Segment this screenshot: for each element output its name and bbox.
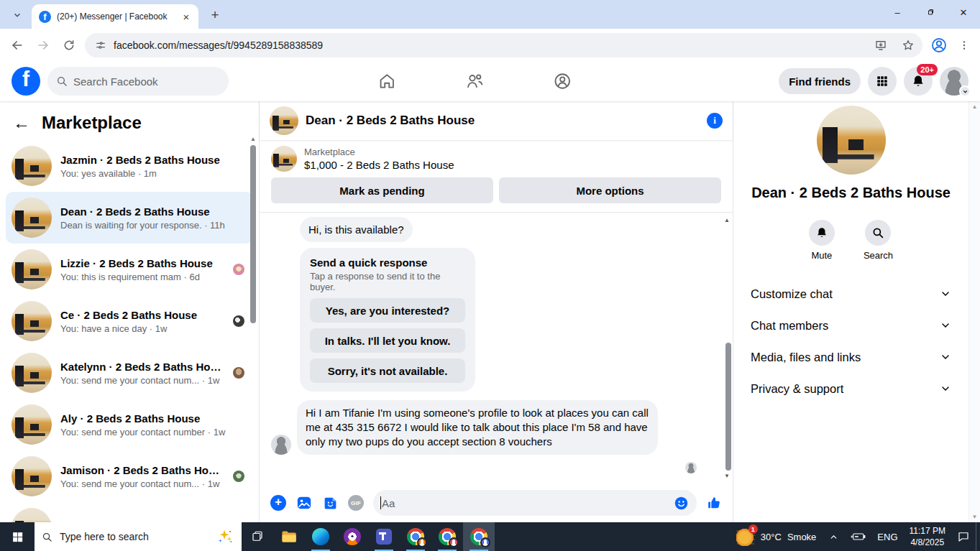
section-privacy-support[interactable]: Privacy & support bbox=[748, 373, 954, 404]
sidebar-scrollbar[interactable]: ▲ bbox=[249, 136, 257, 323]
reload-button[interactable] bbox=[59, 35, 79, 55]
chat-avatar[interactable] bbox=[270, 106, 298, 135]
browser-tab[interactable]: f (20+) Messenger | Facebook × bbox=[32, 4, 198, 29]
home-tab[interactable] bbox=[377, 71, 397, 91]
conversation-text: Dean · 2 Beds 2 Baths House Dean is wait… bbox=[60, 205, 247, 231]
open-more-actions-button[interactable]: + bbox=[270, 494, 287, 511]
plus-icon: + bbox=[270, 495, 286, 511]
site-settings-icon[interactable] bbox=[95, 40, 106, 51]
tab-search-button[interactable] bbox=[7, 5, 27, 25]
edge-button[interactable] bbox=[305, 522, 336, 551]
browser-profile-button[interactable] bbox=[928, 34, 950, 56]
conversation-item-lizzie[interactable]: Lizzie · 2 Beds 2 Baths House You: this … bbox=[6, 244, 253, 295]
chat-title[interactable]: Dean · 2 Beds 2 Baths House bbox=[306, 114, 700, 128]
more-options-button[interactable]: More options bbox=[499, 177, 721, 203]
friends-tab[interactable] bbox=[464, 71, 485, 91]
chrome-profile1-button[interactable] bbox=[400, 522, 431, 551]
conversation-preview: You: have a nice day · 1w bbox=[60, 323, 224, 334]
section-media-files-links[interactable]: Media, files and links bbox=[748, 341, 954, 373]
search-in-conversation-button[interactable]: Search bbox=[864, 220, 893, 261]
like-button[interactable] bbox=[705, 494, 723, 511]
conversation-item-jamison[interactable]: Jamison · 2 Beds 2 Baths House You: send… bbox=[6, 450, 253, 502]
mute-button[interactable]: Mute bbox=[809, 220, 835, 261]
quick-response-option-3[interactable]: Sorry, it's not available. bbox=[310, 358, 465, 383]
chrome-profile3-button-active[interactable] bbox=[463, 522, 495, 551]
sticker-button[interactable] bbox=[321, 494, 339, 511]
facebook-search-input[interactable]: Search Facebook bbox=[47, 67, 229, 96]
section-label: Privacy & support bbox=[751, 382, 843, 396]
battery-status[interactable] bbox=[844, 522, 871, 551]
clock[interactable]: 11:17 PM 4/8/2025 bbox=[904, 525, 951, 548]
mute-label: Mute bbox=[811, 250, 832, 261]
message-input[interactable]: Aa bbox=[373, 490, 697, 516]
address-bar[interactable]: facebook.com/messages/t/9945289158838589 bbox=[85, 33, 922, 57]
thumbs-up-icon bbox=[706, 495, 722, 511]
scrollbar-thumb[interactable] bbox=[250, 145, 256, 323]
chevron-down-icon bbox=[940, 320, 951, 331]
url-text[interactable]: facebook.com/messages/t/9945289158838589 bbox=[114, 40, 323, 51]
weather-widget[interactable]: 1 30°C Smoke bbox=[729, 527, 824, 546]
forward-button[interactable] bbox=[33, 35, 53, 55]
tab-close-icon[interactable]: × bbox=[180, 10, 193, 23]
apps-grid-icon bbox=[876, 75, 889, 88]
scroll-down-arrow[interactable]: ▼ bbox=[724, 473, 730, 479]
conversation-item-dean[interactable]: Dean · 2 Beds 2 Baths House Dean is wait… bbox=[6, 192, 253, 244]
conversation-item-katelynn[interactable]: Katelynn · 2 Beds 2 Baths Hou... You: se… bbox=[6, 347, 253, 399]
avast-browser-button[interactable] bbox=[336, 522, 368, 551]
browser-menu-button[interactable] bbox=[956, 35, 973, 55]
groups-tab[interactable] bbox=[552, 71, 572, 91]
scroll-up-arrow[interactable]: ▲ bbox=[724, 217, 730, 223]
install-app-icon[interactable] bbox=[871, 35, 891, 55]
conversation-preview: You: send me your contact number · 1w bbox=[60, 427, 247, 437]
section-customize-chat[interactable]: Customize chat bbox=[748, 278, 954, 310]
chat-header: Dean · 2 Beds 2 Baths House i bbox=[260, 101, 733, 140]
conversation-item-aly[interactable]: Aly · 2 Beds 2 Baths House You: send me … bbox=[6, 399, 253, 450]
file-explorer-button[interactable] bbox=[273, 522, 305, 551]
minimize-button[interactable]: – bbox=[881, 0, 914, 24]
quick-response-option-1[interactable]: Yes, are you interested? bbox=[310, 298, 465, 323]
task-view-button[interactable] bbox=[242, 522, 273, 551]
windows-taskbar: Type here to search bbox=[0, 522, 980, 551]
conversation-name: Jamison · 2 Beds 2 Baths House bbox=[60, 464, 224, 476]
tray-expand-button[interactable] bbox=[823, 522, 844, 551]
listing-avatar bbox=[12, 301, 52, 341]
taskbar-search-input[interactable]: Type here to search bbox=[35, 522, 242, 551]
emoji-button[interactable] bbox=[672, 494, 690, 511]
restore-button[interactable] bbox=[914, 0, 947, 24]
gif-button[interactable]: GIF bbox=[347, 494, 365, 511]
conversation-item-ce[interactable]: Ce · 2 Beds 2 Baths House You: have a ni… bbox=[6, 295, 253, 347]
section-chat-members[interactable]: Chat members bbox=[748, 310, 954, 341]
page-content: ← Marketplace Jazmin · 2 Beds 2 Baths Ho… bbox=[0, 101, 980, 522]
apps-menu-button[interactable] bbox=[868, 67, 897, 96]
find-friends-button[interactable]: Find friends bbox=[779, 68, 861, 94]
close-window-button[interactable]: ✕ bbox=[947, 0, 980, 24]
mark-as-pending-button[interactable]: Mark as pending bbox=[271, 177, 493, 203]
action-center-button[interactable] bbox=[951, 522, 976, 551]
chrome-profile2-button[interactable] bbox=[431, 522, 463, 551]
conversation-info-button[interactable]: i bbox=[707, 113, 723, 129]
facebook-logo[interactable]: f bbox=[12, 67, 40, 96]
show-desktop-button[interactable] bbox=[976, 522, 980, 551]
account-menu-button[interactable] bbox=[940, 67, 968, 96]
start-button[interactable] bbox=[0, 522, 35, 551]
conversation-item-ana-lilia[interactable]: Ana Lilia · 2 Beds 2 Baths House bbox=[6, 502, 253, 522]
back-button[interactable] bbox=[7, 35, 27, 55]
back-arrow-button[interactable]: ← bbox=[13, 114, 30, 131]
listing-summary[interactable]: Marketplace $1,000 - 2 Beds 2 Baths Hous… bbox=[271, 146, 721, 172]
bookmark-star-icon[interactable] bbox=[898, 35, 918, 55]
notifications-button[interactable]: 20+ bbox=[904, 67, 933, 96]
scroll-up-arrow[interactable]: ▲ bbox=[972, 103, 978, 110]
chevron-down-icon bbox=[940, 383, 951, 394]
quick-response-option-2[interactable]: In talks. I'll let you know. bbox=[310, 328, 465, 353]
listing-actions: Mark as pending More options bbox=[271, 177, 721, 203]
attach-media-button[interactable] bbox=[296, 494, 313, 511]
conversation-item-jazmin[interactable]: Jazmin · 2 Beds 2 Baths House You: yes a… bbox=[6, 140, 253, 192]
conversation-preview: You: send me your contact num... · 1w bbox=[60, 478, 224, 489]
teams-button[interactable] bbox=[368, 522, 400, 551]
scroll-up-arrow[interactable]: ▲ bbox=[250, 136, 256, 142]
scroll-down-arrow[interactable]: ▼ bbox=[972, 514, 978, 520]
language-indicator[interactable]: ENG bbox=[871, 522, 903, 551]
messages-scrollbar[interactable]: ▲ ▼ bbox=[723, 217, 731, 479]
new-tab-button[interactable]: + bbox=[206, 7, 224, 23]
page-scrollbar[interactable]: ▲ ▼ bbox=[968, 101, 980, 522]
